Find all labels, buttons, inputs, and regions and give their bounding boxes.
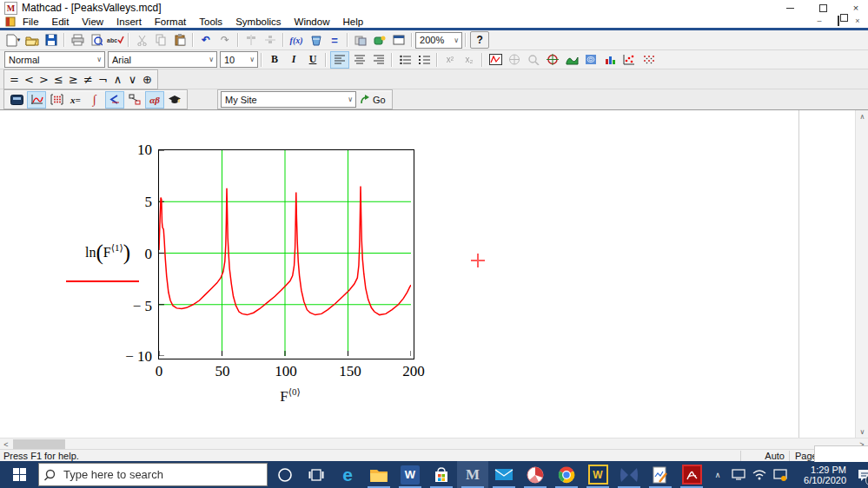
taskbar-wordpress[interactable]: W (582, 461, 613, 488)
spell-check-button[interactable]: abc (107, 32, 124, 48)
superscript-button[interactable]: x² (441, 52, 459, 68)
bool-equals-button[interactable]: = (7, 72, 22, 87)
tray-wifi-button[interactable] (751, 461, 768, 488)
trace-plot-button[interactable] (544, 52, 561, 68)
insert-unit-button[interactable] (307, 32, 324, 48)
menu-window[interactable]: Window (295, 16, 330, 27)
evaluation-palette-button[interactable]: x= (67, 92, 84, 108)
calculator-palette-button[interactable] (8, 92, 25, 108)
taskbar-acrobat[interactable] (676, 461, 707, 488)
menu-file[interactable]: File (23, 16, 39, 27)
tray-display-button[interactable] (730, 461, 747, 488)
restore-button[interactable] (818, 3, 828, 13)
bool-not-button[interactable]: ¬ (96, 72, 110, 87)
save-button[interactable] (43, 32, 60, 48)
print-preview-button[interactable] (88, 32, 105, 48)
calculate-button[interactable]: = (326, 32, 343, 48)
bool-neq-button[interactable]: ≠ (81, 72, 96, 87)
scroll-down-button[interactable]: ∨ (856, 425, 868, 438)
start-button[interactable] (0, 461, 38, 488)
bool-geq-button[interactable]: ≥ (66, 72, 81, 87)
menu-format[interactable]: Format (155, 16, 186, 27)
cut-button[interactable] (133, 32, 150, 48)
tray-cast-button[interactable] (772, 461, 789, 488)
menu-help[interactable]: Help (342, 16, 363, 27)
subscript-button[interactable]: x₂ (461, 52, 478, 68)
notification-center-button[interactable]: 7 (850, 461, 868, 488)
taskbar-word[interactable]: W (394, 461, 426, 488)
calculus-palette-button[interactable]: ∫ (86, 92, 103, 108)
align-left-button[interactable] (330, 51, 349, 69)
taskbar-pie-app[interactable] (520, 461, 551, 488)
vertical-scrollbar[interactable]: ∧ ∨ (855, 110, 868, 438)
paste-button[interactable] (171, 32, 189, 48)
taskbar-butterfly-app[interactable] (613, 461, 645, 488)
font-combobox[interactable]: Arial ∨ (108, 51, 217, 68)
bool-less-button[interactable]: < (22, 72, 36, 87)
zoom-combobox[interactable]: 200% ∨ (415, 32, 462, 49)
italic-button[interactable]: I (285, 52, 302, 68)
doc-close-button[interactable]: × (852, 16, 863, 25)
contour-plot-button[interactable] (582, 52, 600, 68)
help-button[interactable]: ? (470, 31, 489, 49)
doc-restore-button[interactable] (833, 16, 844, 25)
taskbar-store[interactable] (426, 461, 457, 488)
numbered-list-button[interactable] (415, 52, 433, 68)
close-button[interactable]: × (851, 3, 861, 13)
align-down-button[interactable] (262, 32, 279, 48)
insert-function-button[interactable]: f(x) (288, 32, 305, 48)
menu-symbolics[interactable]: Symbolics (235, 16, 281, 27)
taskbar-search[interactable] (38, 463, 268, 486)
menu-insert[interactable]: Insert (116, 16, 142, 27)
symbolic-palette-button[interactable] (166, 92, 183, 108)
bullet-list-button[interactable] (396, 52, 414, 68)
minimize-button[interactable] (785, 3, 795, 13)
xy-plot-region[interactable]: 10 5 0 − 5 − 10 0 50 100 150 200 ln(F⟨1⟩… (158, 149, 414, 359)
style-combobox[interactable]: Normal ∨ (4, 51, 105, 68)
open-button[interactable] (23, 32, 41, 48)
bool-leq-button[interactable]: ≤ (51, 72, 66, 87)
bool-xor-button[interactable]: ⊕ (140, 72, 155, 87)
horizontal-scrollbar[interactable]: < > (0, 438, 868, 450)
taskbar-clock[interactable]: 1:29 PM 6/10/2020 (792, 465, 846, 485)
redo-button[interactable]: ↷ (216, 32, 234, 48)
font-size-combobox[interactable]: 10 ∨ (220, 51, 258, 68)
menu-view[interactable]: View (82, 16, 103, 27)
taskbar-pdf-editor[interactable] (645, 461, 676, 488)
taskbar-file-explorer[interactable] (363, 461, 394, 488)
taskbar-mathcad[interactable]: M (457, 461, 488, 488)
3d-bar-plot-button[interactable] (601, 52, 619, 68)
bool-or-button[interactable]: ∨ (125, 72, 140, 87)
taskbar-chrome[interactable] (551, 461, 582, 488)
boolean-palette-button[interactable] (105, 91, 124, 109)
taskbar-mail[interactable] (488, 461, 520, 488)
align-across-button[interactable] (242, 32, 260, 48)
undo-button[interactable]: ↶ (197, 32, 215, 48)
go-button[interactable]: Go (356, 95, 389, 105)
bool-greater-button[interactable]: > (36, 72, 51, 87)
task-view-button[interactable] (301, 461, 332, 488)
insert-table-button[interactable] (390, 32, 407, 48)
search-input[interactable] (62, 467, 248, 482)
tray-expand-button[interactable]: ∧ (709, 461, 726, 488)
polar-plot-button[interactable] (506, 52, 523, 68)
print-button[interactable] (69, 32, 86, 48)
xy-plot-button[interactable] (487, 52, 504, 68)
scroll-up-button[interactable]: ∧ (856, 110, 868, 122)
insert-component-button[interactable] (352, 32, 369, 48)
wizard-button[interactable] (371, 32, 388, 48)
matrix-palette-button[interactable] (48, 92, 65, 108)
menu-tools[interactable]: Tools (199, 16, 222, 27)
align-center-button[interactable] (351, 52, 368, 68)
copy-button[interactable] (152, 32, 169, 48)
align-right-button[interactable] (370, 52, 388, 68)
doc-minimize-button[interactable]: – (814, 16, 825, 25)
insertion-crosshair[interactable] (471, 254, 485, 267)
surface-plot-button[interactable] (563, 52, 580, 68)
bool-and-button[interactable]: ∧ (110, 72, 125, 87)
graph-palette-button[interactable] (27, 91, 46, 109)
zoom-plot-button[interactable] (525, 52, 542, 68)
menu-edit[interactable]: Edit (52, 16, 70, 27)
vector-field-plot-button[interactable] (639, 52, 657, 68)
cortana-button[interactable] (269, 461, 301, 488)
